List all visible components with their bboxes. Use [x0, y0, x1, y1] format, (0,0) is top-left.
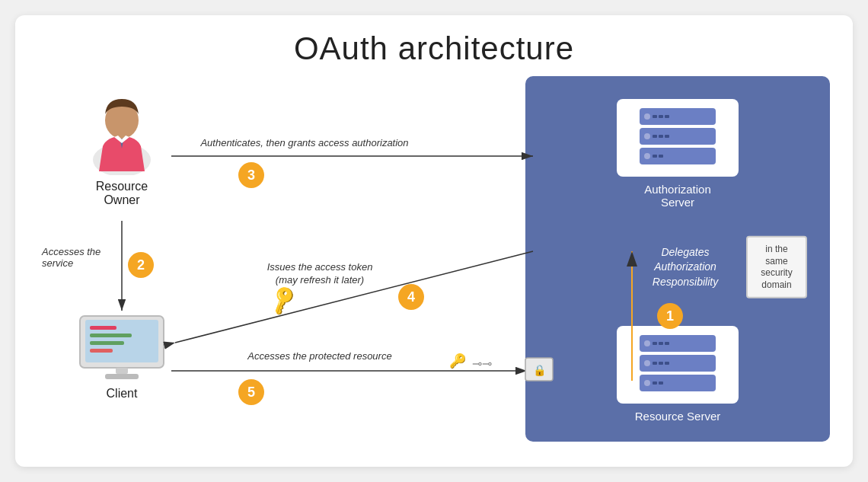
step2-badge-label: 2	[137, 257, 145, 273]
main-container: OAuth architecture AuthorizationServer	[15, 15, 853, 467]
step1-badge-label: 1	[666, 308, 674, 324]
step5-badge-label: 5	[247, 385, 255, 400]
step4-badge-label: 4	[407, 289, 415, 305]
arrow4-label-1: Issues the access token	[267, 261, 373, 273]
arrow5-label: Accesses the protected resource	[247, 350, 391, 362]
key-small-icon: 🔑	[449, 353, 467, 369]
accesses-service-label2: service	[42, 257, 73, 269]
accesses-service-label: Accesses the	[41, 246, 101, 257]
lock-icon: 🔒	[533, 364, 547, 377]
key-dots: ⊸⊸	[472, 357, 492, 370]
step3-badge-label: 3	[247, 168, 255, 183]
arrow3-label: Authenticates, then grants access author…	[199, 137, 408, 148]
arrows-overlay: Authenticates, then grants access author…	[15, 15, 853, 467]
